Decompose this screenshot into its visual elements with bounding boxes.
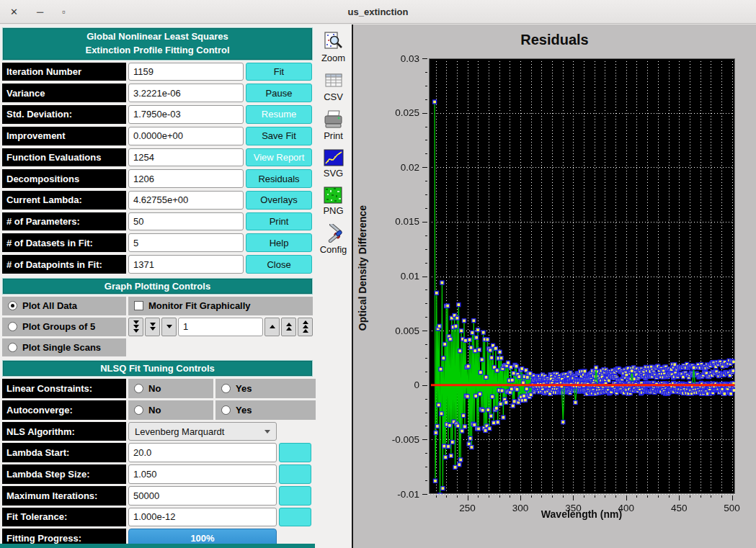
counter-down-10-button[interactable] — [145, 318, 160, 336]
iteration-label: Iteration Number — [2, 63, 126, 81]
datapoints-label: # of Datapoints in Fit: — [2, 255, 126, 274]
plot-all-radio-block[interactable]: Plot All Data — [2, 297, 126, 315]
iteration-field[interactable] — [128, 63, 244, 81]
autoconverge-yes-block[interactable]: Yes — [215, 400, 316, 420]
tuning-header: NLSQ Fit Tuning Controls — [2, 360, 313, 377]
stat-row-lambda: Current Lambda: Overlays — [2, 191, 313, 210]
chevron-down-icon — [264, 430, 270, 434]
lambda-start-label: Lambda Start: — [2, 443, 126, 462]
counter-down-1-button[interactable] — [161, 318, 177, 336]
monitor-fit-checkbox[interactable] — [134, 301, 143, 310]
counter-up-10-button[interactable] — [281, 318, 296, 336]
fit-tolerance-label: Fit Tolerance: — [2, 508, 126, 527]
lambda-field[interactable] — [128, 191, 244, 210]
fit-button[interactable]: Fit — [246, 63, 312, 81]
algorithm-value: Levenberg Marquardt — [135, 426, 224, 437]
print-tool[interactable]: Print — [323, 110, 344, 141]
resume-button[interactable]: Resume — [246, 105, 312, 124]
max-iterations-button[interactable] — [279, 486, 311, 506]
fit-tolerance-input[interactable] — [128, 508, 277, 527]
datasets-label: # of Datasets in Fit: — [2, 233, 126, 252]
plot-groups-radio[interactable] — [8, 322, 17, 331]
plot-single-radio-block[interactable]: Plot Single Scans — [2, 338, 126, 357]
window-title: us_extinction — [0, 6, 756, 17]
zoom-tool-label: Zoom — [321, 53, 345, 63]
stat-row-variance: Variance Pause — [2, 84, 313, 102]
max-iterations-input[interactable] — [128, 486, 277, 506]
lambda-step-row: Lambda Step Size: — [2, 464, 313, 484]
residuals-button[interactable]: Residuals — [246, 169, 312, 188]
fit-tolerance-button[interactable] — [279, 508, 311, 527]
lambda-step-button[interactable] — [279, 464, 311, 484]
linear-no-radio[interactable] — [134, 384, 143, 393]
plot-single-label: Plot Single Scans — [22, 342, 101, 353]
view-report-button[interactable]: View Report — [246, 148, 312, 167]
residuals-plot-panel: Residuals Optical Density Difference Wav… — [352, 24, 756, 548]
plot-all-row: Plot All Data Monitor Fit Graphically — [2, 297, 313, 315]
lambda-start-button[interactable] — [279, 443, 311, 462]
stat-row-parameters: # of Parameters: Print — [2, 212, 313, 231]
parameters-field[interactable] — [128, 212, 244, 231]
monitor-fit-block[interactable]: Monitor Fit Graphically — [128, 297, 313, 315]
zoom-tool[interactable]: Zoom — [321, 31, 345, 63]
panel-header-line2: Extinction Profile Fitting Control — [3, 44, 312, 58]
algorithm-row: NLS Algorithm: Levenberg Marquardt — [2, 422, 313, 441]
datasets-field[interactable] — [128, 233, 244, 252]
linear-no-block[interactable]: No — [128, 379, 213, 398]
algorithm-dropdown[interactable]: Levenberg Marquardt — [128, 422, 277, 441]
svg-icon — [324, 149, 344, 166]
counter-input[interactable] — [178, 318, 263, 336]
print-button[interactable]: Print — [246, 212, 312, 231]
graph-controls-header: Graph Plotting Controls — [2, 278, 313, 295]
autoconverge-row: Autoconverge: No Yes — [2, 400, 313, 420]
plot-groups-row: Plot Groups of 5 — [2, 318, 313, 336]
linear-yes-radio[interactable] — [221, 384, 231, 393]
counter-down-100-button[interactable] — [128, 318, 143, 336]
svg-tool[interactable]: SVG — [324, 149, 344, 179]
decomp-label: Decompositions — [2, 169, 126, 188]
lambda-start-input[interactable] — [128, 443, 277, 462]
fit-control-panel: Global Nonlinear Least Squares Extinctio… — [0, 24, 315, 548]
lambda-step-input[interactable] — [128, 464, 277, 484]
plot-all-label: Plot All Data — [22, 300, 77, 311]
plot-groups-radio-block[interactable]: Plot Groups of 5 — [2, 318, 126, 336]
panel-header-line1: Global Nonlinear Least Squares — [3, 30, 312, 44]
csv-tool[interactable]: CSV — [324, 71, 344, 102]
footer-strip — [0, 544, 315, 548]
config-tool[interactable]: Config — [320, 224, 347, 255]
residuals-canvas[interactable] — [353, 24, 756, 548]
linear-yes-block[interactable]: Yes — [215, 379, 316, 398]
variance-label: Variance — [2, 84, 126, 102]
stddev-field[interactable] — [128, 105, 244, 124]
plot-groups-label: Plot Groups of 5 — [22, 321, 95, 332]
plot-single-radio[interactable] — [8, 343, 17, 352]
funceval-field[interactable] — [128, 148, 244, 167]
config-tool-label: Config — [320, 244, 347, 255]
print-tool-label: Print — [324, 130, 343, 141]
pause-button[interactable]: Pause — [246, 84, 312, 102]
plot-single-row: Plot Single Scans — [2, 338, 313, 357]
improvement-field[interactable] — [128, 127, 244, 145]
datapoints-field[interactable] — [128, 255, 244, 274]
decomp-field[interactable] — [128, 169, 244, 188]
counter-up-1-button[interactable] — [264, 318, 280, 336]
variance-field[interactable] — [128, 84, 244, 102]
counter-up-100-button[interactable] — [298, 318, 313, 336]
png-icon — [324, 187, 342, 204]
lambda-label: Current Lambda: — [2, 191, 126, 210]
stat-row-improvement: Improvement Save Fit — [2, 127, 313, 145]
autoconverge-no-block[interactable]: No — [128, 400, 213, 420]
help-button[interactable]: Help — [246, 233, 312, 252]
overlays-button[interactable]: Overlays — [246, 191, 312, 210]
save-fit-button[interactable]: Save Fit — [246, 127, 312, 145]
stddev-label: Std. Deviation: — [2, 105, 126, 124]
close-button[interactable]: Close — [246, 255, 312, 274]
png-tool[interactable]: PNG — [323, 187, 343, 216]
plot-all-radio[interactable] — [8, 301, 17, 310]
autoconverge-yes-radio[interactable] — [221, 405, 231, 415]
lambda-start-row: Lambda Start: — [2, 443, 313, 462]
autoconverge-no-radio[interactable] — [134, 405, 143, 415]
linear-yes-label: Yes — [236, 383, 252, 394]
max-iterations-row: Maximum Iterations: — [2, 486, 313, 506]
linear-constraints-label: Linear Constraints: — [2, 379, 126, 398]
